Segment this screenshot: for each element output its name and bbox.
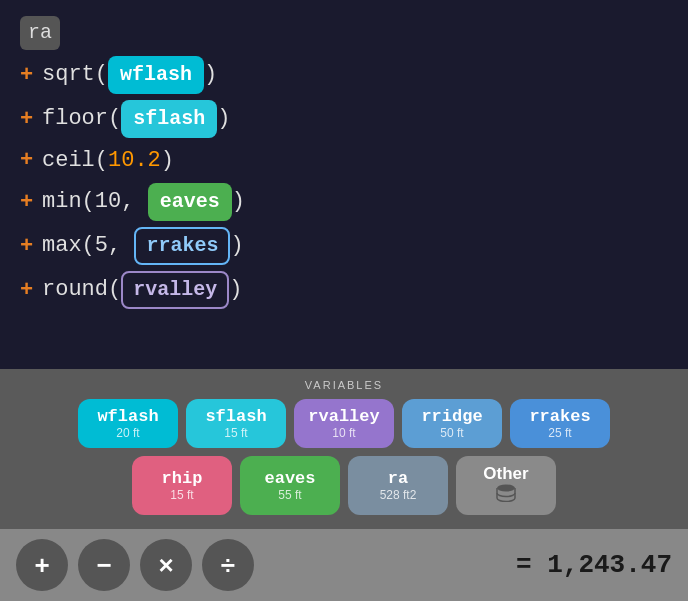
chip-rridge-value: 50 ft [440, 426, 463, 440]
chip-ra-value: 528 ft2 [380, 488, 417, 502]
svg-point-0 [497, 485, 515, 492]
var-wflash[interactable]: wflash [108, 56, 204, 94]
chip-wflash-value: 20 ft [116, 426, 139, 440]
var-rvalley[interactable]: rvalley [121, 271, 229, 309]
chip-rridge[interactable]: rridge 50 ft [402, 399, 502, 448]
chip-rvalley[interactable]: rvalley 10 ft [294, 399, 394, 448]
chip-other-name: Other [483, 464, 528, 484]
chip-eaves[interactable]: eaves 55 ft [240, 456, 340, 515]
var-eaves[interactable]: eaves [148, 183, 232, 221]
multiply-button[interactable]: × [140, 539, 192, 591]
code-line-2: + floor(sflash) [20, 100, 668, 138]
code-text-6: round(rvalley) [42, 271, 242, 309]
variables-row-2: rhip 15 ft eaves 55 ft ra 528 ft2 Other [14, 456, 674, 515]
chip-ra-name: ra [388, 469, 408, 488]
code-text-4: min(10, eaves) [42, 183, 245, 221]
subtract-button[interactable]: − [78, 539, 130, 591]
variables-panel: VARIABLES wflash 20 ft sflash 15 ft rval… [0, 369, 688, 529]
var-sflash[interactable]: sflash [121, 100, 217, 138]
chip-rhip[interactable]: rhip 15 ft [132, 456, 232, 515]
chip-rrakes[interactable]: rrakes 25 ft [510, 399, 610, 448]
chip-rridge-name: rridge [421, 407, 482, 426]
code-line-3: + ceil(10.2) [20, 144, 668, 177]
code-line-5: + max(5, rrakes) [20, 227, 668, 265]
code-line-1: + sqrt(wflash) [20, 56, 668, 94]
chip-eaves-name: eaves [264, 469, 315, 488]
chip-rvalley-value: 10 ft [332, 426, 355, 440]
plus-6: + [20, 274, 36, 307]
add-button[interactable]: + [16, 539, 68, 591]
bottom-toolbar: + − × ÷ = 1,243.47 [0, 529, 688, 601]
code-text-3: ceil(10.2) [42, 144, 174, 177]
var-rrakes[interactable]: rrakes [134, 227, 230, 265]
chip-eaves-value: 55 ft [278, 488, 301, 502]
chip-sflash[interactable]: sflash 15 ft [186, 399, 286, 448]
ra-badge: ra [20, 16, 60, 50]
chip-other[interactable]: Other [456, 456, 556, 515]
plus-4: + [20, 186, 36, 219]
chip-sflash-name: sflash [205, 407, 266, 426]
chip-ra[interactable]: ra 528 ft2 [348, 456, 448, 515]
chip-wflash-name: wflash [97, 407, 158, 426]
plus-5: + [20, 230, 36, 263]
chip-rrakes-name: rrakes [529, 407, 590, 426]
database-icon [495, 484, 517, 507]
chip-rhip-value: 15 ft [170, 488, 193, 502]
ra-badge-line: ra [20, 16, 668, 50]
chip-rvalley-name: rvalley [308, 407, 379, 426]
divide-button[interactable]: ÷ [202, 539, 254, 591]
chip-rrakes-value: 25 ft [548, 426, 571, 440]
plus-2: + [20, 103, 36, 136]
chip-sflash-value: 15 ft [224, 426, 247, 440]
number-10-2: 10.2 [108, 148, 161, 173]
chip-rhip-name: rhip [162, 469, 203, 488]
code-text-1: sqrt(wflash) [42, 56, 217, 94]
result-display: = 1,243.47 [516, 550, 672, 580]
code-line-6: + round(rvalley) [20, 271, 668, 309]
plus-3: + [20, 144, 36, 177]
variables-row-1: wflash 20 ft sflash 15 ft rvalley 10 ft … [14, 399, 674, 448]
code-area: ra + sqrt(wflash) + floor(sflash) + ceil… [0, 0, 688, 369]
code-line-4: + min(10, eaves) [20, 183, 668, 221]
code-text-5: max(5, rrakes) [42, 227, 244, 265]
code-text-2: floor(sflash) [42, 100, 230, 138]
variables-label: VARIABLES [14, 379, 674, 391]
chip-wflash[interactable]: wflash 20 ft [78, 399, 178, 448]
variables-grid: wflash 20 ft sflash 15 ft rvalley 10 ft … [14, 399, 674, 515]
plus-1: + [20, 59, 36, 92]
